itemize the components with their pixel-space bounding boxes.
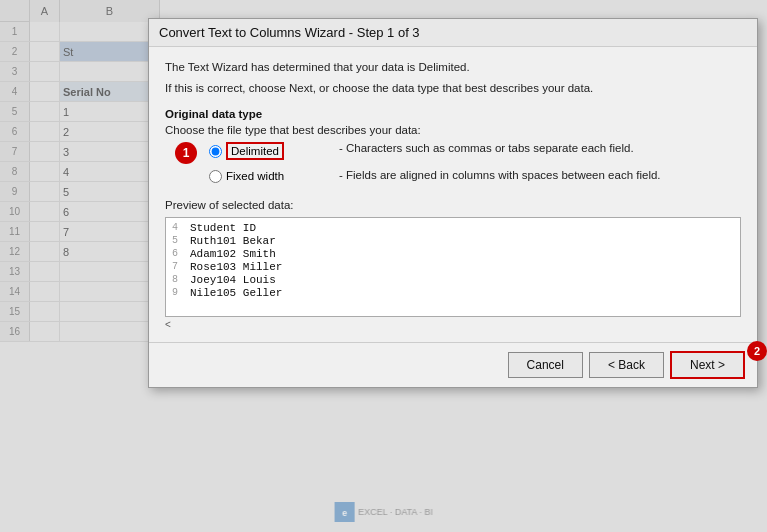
preview-row: 7 Rose103 Miller bbox=[172, 261, 734, 273]
dialog-title: Convert Text to Columns Wizard - Step 1 … bbox=[159, 25, 420, 40]
radio-desc-fixed: - Fields are aligned in columns with spa… bbox=[339, 169, 661, 181]
radio-desc-delimited: - Characters such as commas or tabs sepa… bbox=[339, 142, 634, 154]
radio-fixed[interactable] bbox=[209, 170, 222, 183]
radio-delimited[interactable] bbox=[209, 145, 222, 158]
preview-row: 8 Joey104 Louis bbox=[172, 274, 734, 286]
step-badge-1: 1 bbox=[175, 142, 197, 164]
cancel-button[interactable]: Cancel bbox=[508, 352, 583, 378]
radio-text-fixed: Fixed width bbox=[226, 170, 284, 182]
watermark: e EXCEL · DATA · BI bbox=[334, 502, 433, 522]
dialog-body: The Text Wizard has determined that your… bbox=[149, 47, 757, 342]
radio-label-delimited[interactable]: Delimited bbox=[209, 142, 329, 160]
info-line1: The Text Wizard has determined that your… bbox=[165, 59, 741, 76]
preview-row: 9 Nile105 Geller bbox=[172, 287, 734, 299]
dialog-footer: Cancel < Back Next > 2 bbox=[149, 342, 757, 387]
radio-group: 1 Delimited - Characters such as commas … bbox=[175, 142, 741, 183]
preview-label: Preview of selected data: bbox=[165, 199, 741, 211]
radio-row-delimited: 1 Delimited - Characters such as commas … bbox=[175, 142, 741, 164]
preview-row: 6 Adam102 Smith bbox=[172, 248, 734, 260]
step-badge-2: 2 bbox=[747, 341, 767, 361]
section-label: Original data type bbox=[165, 108, 741, 120]
choose-label: Choose the file type that best describes… bbox=[165, 124, 741, 136]
info-line2: If this is correct, choose Next, or choo… bbox=[165, 80, 741, 97]
next-button[interactable]: Next > bbox=[670, 351, 745, 379]
preview-row: 5 Ruth101 Bekar bbox=[172, 235, 734, 247]
watermark-icon: e bbox=[334, 502, 354, 522]
convert-wizard-dialog: Convert Text to Columns Wizard - Step 1 … bbox=[148, 18, 758, 388]
scroll-arrow: < bbox=[165, 319, 741, 330]
radio-text-delimited: Delimited bbox=[226, 142, 284, 160]
svg-text:e: e bbox=[342, 508, 347, 518]
dialog-titlebar: Convert Text to Columns Wizard - Step 1 … bbox=[149, 19, 757, 47]
watermark-text: EXCEL · DATA · BI bbox=[358, 507, 433, 517]
radio-row-fixed: Fixed width - Fields are aligned in colu… bbox=[175, 169, 741, 183]
preview-box: 4 Student ID 5 Ruth101 Bekar 6 Adam102 S… bbox=[165, 217, 741, 317]
back-button[interactable]: < Back bbox=[589, 352, 664, 378]
radio-label-fixed[interactable]: Fixed width bbox=[209, 169, 329, 183]
preview-row: 4 Student ID bbox=[172, 222, 734, 234]
